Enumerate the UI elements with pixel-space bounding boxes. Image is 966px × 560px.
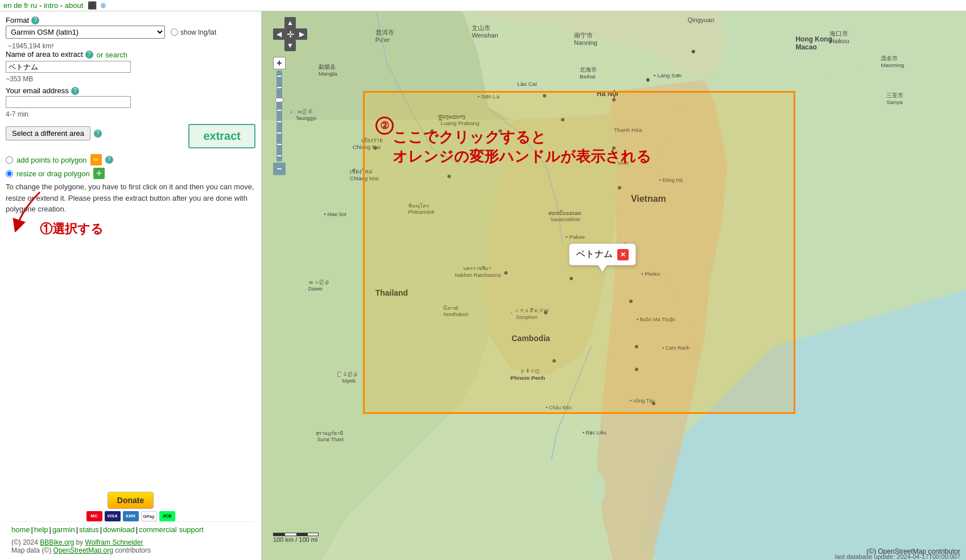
footer-links: home | help | garmin | status | download… bbox=[6, 521, 255, 537]
nav-intro[interactable]: intro bbox=[44, 1, 58, 10]
svg-point-5 bbox=[646, 78, 650, 82]
svg-point-2 bbox=[588, 471, 605, 505]
footer-commercial[interactable]: commercial bbox=[139, 525, 176, 534]
sidebar: Format ? Garmin OSM (latin1) Garmin OSM … bbox=[0, 11, 262, 560]
zoom-tick bbox=[277, 121, 282, 122]
footer-home[interactable]: home bbox=[11, 525, 30, 534]
svg-text:Sanya: Sanya bbox=[886, 99, 903, 105]
show-lnglat-radio[interactable] bbox=[171, 28, 178, 36]
tooltip-close-button[interactable]: ✕ bbox=[617, 249, 629, 260]
donate-section: Donate MC VISA AMX GPay JCB bbox=[6, 480, 255, 521]
area-name-input[interactable]: ベトナム bbox=[6, 61, 131, 73]
footer-download[interactable]: download bbox=[103, 525, 135, 534]
nav-about[interactable]: about bbox=[65, 1, 84, 10]
nav-cross: ▲ ▼ ◀ ▶ ✛ bbox=[273, 17, 307, 51]
zoom-tick bbox=[277, 110, 282, 111]
annotation-jp-text: ここでクリックすると オレンジの変形ハンドルが表示される bbox=[393, 128, 651, 167]
visa-icon: VISA bbox=[105, 511, 121, 521]
svg-text:Macao: Macao bbox=[795, 43, 816, 51]
lang-ru[interactable]: ru bbox=[31, 1, 38, 10]
add-points-label[interactable]: add points to polygon bbox=[16, 156, 87, 164]
email-help-icon[interactable]: ? bbox=[71, 87, 79, 95]
author-link[interactable]: Wolfram Schneider bbox=[85, 538, 143, 546]
jcb-icon: JCB bbox=[159, 511, 175, 521]
osm-link[interactable]: OpenStreetMap.org bbox=[53, 546, 113, 554]
name-area-row: Name of area to extract ? or search bbox=[6, 50, 255, 60]
lang-en[interactable]: en bbox=[3, 1, 11, 10]
map-annotation-2: ② bbox=[375, 117, 394, 135]
svg-text:สุราษฎร์ธานี: สุราษฎร์ธานี bbox=[316, 430, 343, 437]
svg-text:• Mae Sot: • Mae Sot bbox=[324, 211, 347, 217]
svg-text:普洱市: 普洱市 bbox=[375, 29, 394, 36]
map-navigation: ▲ ▼ ◀ ▶ ✛ bbox=[273, 17, 307, 53]
svg-text:Beihai: Beihai bbox=[580, 73, 596, 80]
map-container[interactable]: 普洱市 Pu'er 文山市 Wenshan 南宁市 Nanning Qingyu… bbox=[262, 11, 966, 560]
main-container: Format ? Garmin OSM (latin1) Garmin OSM … bbox=[0, 11, 966, 560]
annotation-area: ①選択する bbox=[6, 221, 255, 238]
nav-down[interactable]: ▼ bbox=[284, 40, 296, 51]
svg-text:Pu'er: Pu'er bbox=[375, 36, 390, 43]
nav-center[interactable]: ✛ bbox=[284, 28, 296, 40]
zoom-tick bbox=[277, 132, 282, 134]
footer-copyright: (©) 2024 BBBike.org by Wolfram Schneider… bbox=[6, 537, 255, 555]
svg-text:茂名市: 茂名市 bbox=[881, 55, 898, 61]
nav-right[interactable]: ▶ bbox=[296, 28, 307, 40]
svg-point-6 bbox=[692, 50, 695, 53]
resize-drag-label[interactable]: resize or drag polygon bbox=[16, 169, 90, 178]
svg-text:海口市: 海口市 bbox=[829, 30, 848, 37]
move-icon: ✛ bbox=[93, 168, 105, 179]
mastercard-icon: MC bbox=[86, 511, 102, 521]
payment-icons: MC VISA AMX GPay JCB bbox=[86, 511, 175, 521]
footer-garmin[interactable]: garmin bbox=[52, 525, 75, 534]
select-area-row: Select a different area ? bbox=[6, 126, 102, 140]
extract-button[interactable]: extract bbox=[188, 124, 255, 148]
add-icon: ⊕ bbox=[100, 1, 106, 10]
svg-text:Taunggyi: Taunggyi bbox=[296, 115, 316, 121]
svg-text:Nanning: Nanning bbox=[574, 39, 597, 46]
resize-drag-row: resize or drag polygon ✛ bbox=[6, 168, 255, 179]
svg-text:• Lang Sơn: • Lang Sơn bbox=[654, 72, 682, 78]
email-input[interactable] bbox=[6, 96, 131, 108]
footer-help[interactable]: help bbox=[34, 525, 48, 534]
zoom-slider-area: + − bbox=[273, 57, 286, 175]
zoom-out-button[interactable]: − bbox=[273, 163, 286, 175]
select-area-help-icon[interactable]: ? bbox=[94, 130, 102, 138]
resize-drag-radio[interactable] bbox=[6, 170, 13, 177]
add-points-help-icon[interactable]: ? bbox=[105, 156, 113, 164]
annotation-circle-2: ② bbox=[375, 117, 394, 135]
svg-text:ထားဝယ်မြို့: ထားဝယ်မြို့ bbox=[307, 280, 329, 285]
nav-left[interactable]: ◀ bbox=[273, 28, 284, 40]
svg-text:三亚市: 三亚市 bbox=[886, 92, 903, 98]
zoom-tick bbox=[277, 76, 282, 77]
zoom-tick bbox=[277, 155, 282, 156]
svg-text:Myeik: Myeik bbox=[342, 378, 356, 384]
name-help-icon[interactable]: ? bbox=[85, 51, 93, 59]
svg-text:勐腊县: 勐腊县 bbox=[319, 64, 336, 70]
format-help-icon[interactable]: ? bbox=[31, 16, 39, 24]
svg-text:Lào Cai: Lào Cai bbox=[517, 81, 536, 87]
zoom-tick bbox=[277, 144, 282, 145]
zoom-in-button[interactable]: + bbox=[273, 57, 286, 69]
zoom-handle[interactable] bbox=[275, 98, 283, 102]
lang-fr[interactable]: fr bbox=[24, 1, 28, 10]
footer-status[interactable]: status bbox=[79, 525, 99, 534]
select-area-button[interactable]: Select a different area bbox=[6, 126, 90, 140]
lang-de[interactable]: de bbox=[14, 1, 22, 10]
size-info: ~353 MB bbox=[6, 75, 255, 83]
area-size: ~1945,194 km² bbox=[8, 42, 255, 50]
donate-button[interactable]: Donate bbox=[108, 492, 154, 509]
svg-text:Haikou: Haikou bbox=[829, 38, 849, 44]
footer-support[interactable]: support bbox=[179, 525, 204, 534]
svg-text:Qingyuan: Qingyuan bbox=[688, 16, 715, 23]
last-update: last database update: 2024-04-17T00:00:0… bbox=[835, 553, 960, 560]
nav-up[interactable]: ▲ bbox=[284, 17, 296, 28]
gpay-icon: GPay bbox=[141, 511, 157, 521]
add-points-radio[interactable] bbox=[6, 156, 13, 164]
bbbike-link[interactable]: BBBike.org bbox=[40, 538, 74, 546]
format-row: Garmin OSM (latin1) Garmin OSM (utf-8) O… bbox=[6, 26, 255, 39]
map-annotation-jp: ここでクリックすると オレンジの変形ハンドルが表示される bbox=[393, 128, 651, 167]
scale-bar: 100 km / 100 mi bbox=[273, 533, 319, 543]
or-search-link[interactable]: or search bbox=[97, 51, 127, 59]
zoom-slider-track[interactable] bbox=[276, 70, 282, 161]
format-select[interactable]: Garmin OSM (latin1) Garmin OSM (utf-8) O… bbox=[6, 26, 165, 39]
